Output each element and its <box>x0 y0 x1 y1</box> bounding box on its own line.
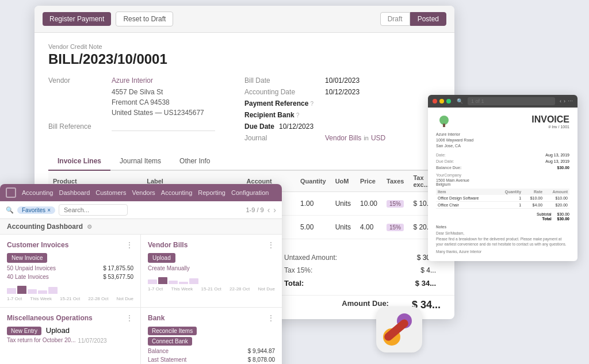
preview-invoice-title: INVOICE <box>531 114 569 125</box>
misc-menu-icon[interactable]: ⋮ <box>125 313 133 323</box>
vendor-label: Vendor <box>48 76 112 85</box>
preview-footer: Notes Dear Sir/Madam, Please find a brea… <box>436 224 569 254</box>
vendor-name[interactable]: Azure Interior <box>112 76 153 85</box>
new-invoice-button[interactable]: New Invoice <box>7 253 47 263</box>
section-misc: Miscellaneous Operations ⋮ New Entry Upl… <box>0 308 141 364</box>
favorites-close-icon[interactable]: × <box>47 207 51 213</box>
bar-label-4: 22-28 Oct <box>88 296 108 301</box>
row1-price: 10.00 <box>355 192 382 216</box>
customer-invoices-title: Customer Invoices <box>7 241 68 249</box>
tax-return-link[interactable]: Tax return for October 20... <box>7 337 76 343</box>
nav-customers[interactable]: Customers <box>95 189 126 196</box>
app-icon[interactable] <box>376 306 422 352</box>
preview-header: Azure Interior 1006 Wayward Road San Jos… <box>436 114 569 148</box>
bar-label-2: This Week <box>30 296 52 301</box>
status-posted[interactable]: Posted <box>410 12 446 26</box>
last-statement-label[interactable]: Last Statement <box>148 357 186 363</box>
next-icon[interactable]: › <box>273 205 276 214</box>
upload-misc-link[interactable]: Upload <box>46 326 70 335</box>
bill-reference-row: Bill Reference <box>48 122 244 131</box>
prev-icon[interactable]: ‹ <box>267 205 270 214</box>
vbar-label-1: 1-7 Oct <box>148 286 163 292</box>
vbar-label-2: This Week <box>171 286 193 292</box>
bill-date-value[interactable]: 10/01/2023 <box>325 76 359 85</box>
preview-qty1: 1 <box>496 195 523 202</box>
register-payment-button[interactable]: Register Payment <box>43 12 111 26</box>
bill-reference-value[interactable] <box>112 122 215 131</box>
upload-button[interactable]: Upload <box>148 253 175 263</box>
preview-row: Office Design Software 1 $10.00 $10.00 <box>436 195 569 202</box>
journal-value[interactable]: Vendor Bills <box>325 134 361 142</box>
nav-accounting[interactable]: Accounting <box>22 189 53 196</box>
bar5 <box>48 287 58 294</box>
preview-col-item: Item <box>436 189 496 195</box>
vbar4 <box>179 282 188 284</box>
totals-table: Untaxed Amount: $ 30... Tax 15%: $ 4... … <box>280 251 441 290</box>
nav-vendors[interactable]: Vendors <box>132 189 155 196</box>
tax-return-date: 11/07/2023 <box>78 338 107 344</box>
col-quantity: Quantity <box>296 171 331 192</box>
create-manually-link[interactable]: Create Manually <box>148 265 275 271</box>
currency-value[interactable]: USD <box>371 134 385 142</box>
tab-journal-items[interactable]: Journal Items <box>110 152 170 171</box>
settings-icon[interactable]: ⚙ <box>87 224 92 230</box>
row2-taxes: 15% <box>382 216 408 239</box>
preview-signoff: Many thanks, Azure Interior <box>436 249 569 254</box>
preview-qty2: 1 <box>496 202 523 209</box>
bank-balance-label[interactable]: Balance <box>148 348 169 354</box>
section-header-misc: Miscellaneous Operations ⋮ <box>7 313 133 323</box>
preview-nav-right[interactable]: › <box>564 98 565 104</box>
favorites-tag[interactable]: Favorites × <box>17 206 55 214</box>
unpaid-invoices-value: $ 17,875.50 <box>103 265 133 273</box>
nav-accounting2[interactable]: Accounting <box>161 189 192 196</box>
bar-label-1: 1-7 Oct <box>7 296 22 301</box>
unpaid-invoices-link[interactable]: 50 Unpaid Invoices <box>7 265 56 271</box>
preview-rate2: $4.00 <box>523 202 544 209</box>
preview-amount1: $10.00 <box>544 195 569 202</box>
preview-amount2: $20.00 <box>544 202 569 209</box>
preview-total-value: $30.00 <box>557 217 569 221</box>
preview-nav-left[interactable]: ‹ <box>560 98 561 104</box>
journal-row: Journal Vendor Bills in USD <box>244 134 441 142</box>
due-date-value[interactable]: 10/12/2023 <box>279 122 313 131</box>
vendor-bills-chart <box>148 274 275 284</box>
bar-label-3: 15-21 Oct <box>60 296 80 301</box>
status-draft[interactable]: Draft <box>380 12 410 26</box>
dashboard-search-bar: 🔍 Favorites × 1-9 / 9 ‹ › <box>0 201 282 219</box>
minimize-dot[interactable] <box>439 99 444 104</box>
reset-to-draft-button[interactable]: Reset to Draft <box>116 12 173 26</box>
preview-search-input[interactable] <box>468 97 555 105</box>
bill-date-row: Bill Date 10/01/2023 <box>244 76 441 85</box>
maximize-dot[interactable] <box>446 99 451 104</box>
payment-reference-row: Payment Reference ? <box>244 99 441 108</box>
tax-return-row: Tax return for October 20... 11/07/2023 <box>7 337 133 344</box>
nav-dashboard[interactable]: Dashboard <box>59 189 90 196</box>
new-entry-button[interactable]: New Entry <box>7 327 41 335</box>
late-invoices-row: 40 Late Invoices $ 53,677.50 <box>7 274 133 281</box>
row1-taxes: 15% <box>382 192 408 216</box>
unpaid-invoices-row: 50 Unpaid Invoices $ 17,875.50 <box>7 265 133 273</box>
connect-bank-button[interactable]: Connect Bank <box>148 337 192 346</box>
row2-price: 4.00 <box>355 216 382 239</box>
info-grid: Vendor Azure Interior 4557 De Silva St F… <box>48 76 441 145</box>
tab-other-info[interactable]: Other Info <box>170 152 219 171</box>
accounting-date-value[interactable]: 10/12/2023 <box>325 88 359 96</box>
preview-content: Azure Interior 1006 Wayward Road San Jos… <box>428 108 577 261</box>
search-input[interactable] <box>59 204 128 216</box>
vbar-label-5: Not Due <box>258 286 275 292</box>
customer-invoices-menu-icon[interactable]: ⋮ <box>125 240 133 250</box>
close-dot[interactable] <box>433 99 437 104</box>
late-invoices-value: $ 53,677.50 <box>103 274 133 281</box>
reconcile-button[interactable]: Reconcile Items <box>148 327 197 335</box>
nav-configuration[interactable]: Configuration <box>231 189 269 196</box>
bank-balance-row: Balance $ 9,944.87 <box>148 348 275 355</box>
vendor-address: 4557 De Silva St Fremont CA 94538 United… <box>112 87 244 118</box>
tab-invoice-lines[interactable]: Invoice Lines <box>48 152 110 171</box>
preview-more-icon[interactable]: ⋯ <box>568 98 573 104</box>
nav-reporting[interactable]: Reporting <box>198 189 225 196</box>
vendor-bills-menu-icon[interactable]: ⋮ <box>267 240 275 250</box>
late-invoices-link[interactable]: 40 Late Invoices <box>7 274 49 280</box>
bank-menu-icon[interactable]: ⋮ <box>267 313 275 323</box>
invoice-tabs: Invoice Lines Journal Items Other Info <box>48 152 441 171</box>
payment-ref-hint: ? <box>310 101 313 107</box>
